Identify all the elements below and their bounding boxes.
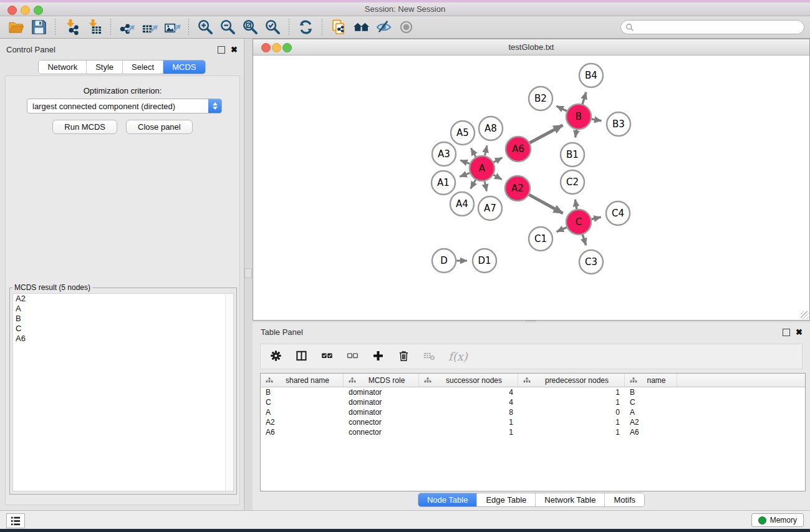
zoom-fit-button[interactable]	[239, 17, 261, 37]
column-view-button[interactable]	[294, 347, 311, 367]
edge-B-B4[interactable]	[582, 92, 586, 104]
column-header-predecessor-nodes[interactable]: predecessor nodes	[518, 374, 625, 387]
save-session-button[interactable]	[27, 17, 50, 37]
add-column-icon	[372, 350, 386, 364]
export-image-button[interactable]	[161, 17, 183, 37]
mcds-result-item[interactable]: A6	[13, 334, 233, 344]
edge-B-B2[interactable]	[556, 106, 567, 111]
status-bar: Memory	[0, 510, 810, 530]
column-header-MCDS-role[interactable]: MCDS role	[344, 374, 419, 387]
delete-column-button[interactable]	[396, 347, 413, 367]
edge-A2-C[interactable]	[529, 195, 562, 213]
close-panel-button[interactable]: Close panel	[126, 120, 193, 134]
mcds-result-list[interactable]: A2ABCA6	[12, 293, 234, 491]
mcds-result-item[interactable]: A	[13, 304, 233, 314]
home-button[interactable]	[350, 17, 372, 37]
edge-A6-B[interactable]	[530, 125, 563, 143]
table-cell: A	[625, 408, 677, 417]
close-panel-icon[interactable]: ✖	[231, 47, 238, 53]
edge-A-A7[interactable]	[485, 181, 486, 191]
column-header-name[interactable]: name	[625, 374, 677, 387]
optimization-select[interactable]: largest connected component (directed)	[27, 99, 222, 114]
mcds-result-item[interactable]: C	[13, 324, 233, 334]
edge-A-A8[interactable]	[485, 145, 487, 155]
column-header-successor-nodes[interactable]: successor nodes	[419, 374, 518, 387]
mcds-list-scrollbar[interactable]	[225, 294, 233, 491]
toolbar-separator	[110, 19, 111, 36]
edge-C-C3[interactable]	[582, 235, 586, 245]
task-history-button[interactable]	[6, 513, 25, 528]
toolbar-groups	[5, 17, 417, 37]
clone-network-button[interactable]	[327, 17, 350, 37]
window-resize-grip[interactable]	[801, 311, 809, 319]
zoom-in-button[interactable]	[194, 17, 216, 37]
table-row[interactable]: Cdominator41C	[261, 397, 805, 407]
network-window-titlebar[interactable]: testGlobe.txt	[253, 39, 809, 56]
open-session-button[interactable]	[5, 17, 27, 37]
settings-button[interactable]	[268, 347, 286, 367]
edge-C-C1[interactable]	[557, 227, 567, 231]
edge-A-A2[interactable]	[493, 175, 501, 180]
memory-button[interactable]: Memory	[751, 513, 804, 527]
refresh-button[interactable]	[294, 17, 317, 37]
add-column-button[interactable]	[370, 347, 388, 367]
float-table-panel-icon[interactable]	[783, 329, 790, 336]
close-table-panel-icon[interactable]: ✖	[796, 329, 803, 336]
tab-motifs[interactable]: Motifs	[604, 493, 644, 506]
show-eye-button[interactable]	[395, 17, 417, 37]
table-row[interactable]: A6connector11A6	[261, 427, 805, 437]
run-mcds-button[interactable]: Run MCDS	[52, 120, 117, 134]
control-panel: Control Panel ✖ NetworkStyleSelectMCDS O…	[0, 39, 244, 510]
main-toolbar	[0, 16, 810, 39]
mcds-result-item[interactable]: A2	[13, 294, 233, 304]
import-network-button[interactable]	[60, 17, 83, 37]
zoom-selected-icon	[264, 19, 281, 36]
tab-network[interactable]: Network	[39, 60, 86, 74]
edge-A-A1[interactable]	[460, 173, 470, 177]
edge-C-C4[interactable]	[591, 217, 600, 219]
network-canvas[interactable]: B4B2BB3A8A5A6A3B1AC2A1A2A4A7C4CC1DD1C3	[253, 56, 809, 320]
select-all-button[interactable]	[319, 347, 337, 367]
node-label-A1: A1	[437, 177, 450, 188]
edge-C-C2[interactable]	[575, 200, 576, 210]
table-row[interactable]: A2connector11A2	[261, 417, 805, 427]
vertical-splitter-handle[interactable]	[244, 268, 252, 278]
import-table-button[interactable]	[83, 17, 105, 37]
delete-table-button[interactable]	[422, 347, 439, 367]
hide-selected-button[interactable]	[372, 17, 395, 37]
tab-style[interactable]: Style	[86, 60, 122, 74]
export-network-button[interactable]	[116, 17, 138, 37]
search-icon	[625, 23, 634, 32]
zoom-out-button[interactable]	[216, 17, 239, 37]
tab-mcds[interactable]: MCDS	[163, 60, 205, 74]
tab-network-table[interactable]: Network Table	[535, 493, 604, 506]
column-header-shared-name[interactable]: shared name	[261, 374, 344, 387]
edge-B-B3[interactable]	[592, 119, 602, 121]
titlebar: Session: New Session	[0, 2, 810, 16]
export-table-button[interactable]	[138, 17, 161, 37]
edge-A-A6[interactable]	[494, 158, 503, 162]
edge-A-A3[interactable]	[460, 160, 470, 164]
table-cell: 4	[419, 388, 518, 397]
edge-A-A5[interactable]	[471, 148, 476, 157]
clone-network-icon	[330, 19, 347, 36]
table-row[interactable]: Adominator80A	[261, 407, 805, 417]
deselect-all-button[interactable]	[345, 347, 362, 367]
settings-icon	[270, 350, 284, 364]
tab-select[interactable]: Select	[122, 60, 163, 74]
toolbar-separator	[322, 19, 322, 36]
edge-A-A4[interactable]	[471, 180, 476, 188]
edge-B-B1[interactable]	[576, 130, 577, 138]
search-input[interactable]	[634, 21, 804, 34]
function-builder-icon[interactable]: f(x)	[447, 350, 468, 363]
float-panel-icon[interactable]	[218, 46, 225, 54]
memory-status-icon	[758, 516, 766, 525]
table-cell: 1	[518, 398, 625, 407]
tab-edge-table[interactable]: Edge Table	[476, 493, 535, 506]
table-row[interactable]: Bdominator41B	[261, 387, 805, 397]
network-graph[interactable]: B4B2BB3A8A5A6A3B1AC2A1A2A4A7C4CC1DD1C3	[253, 56, 809, 320]
search-box[interactable]	[620, 20, 804, 34]
zoom-selected-button[interactable]	[261, 17, 284, 37]
tab-node-table[interactable]: Node Table	[418, 493, 477, 506]
mcds-result-item[interactable]: B	[13, 314, 233, 324]
